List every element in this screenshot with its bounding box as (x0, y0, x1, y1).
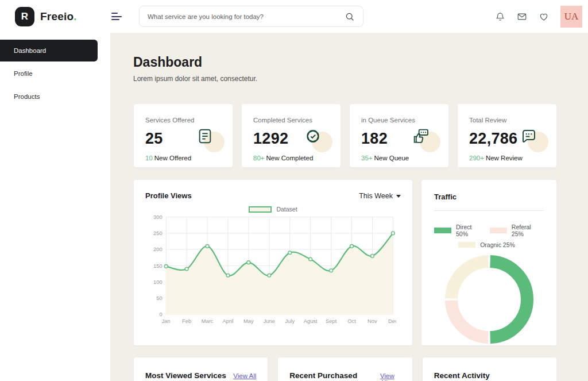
stat-card-total-review: Total Review 22,786 290+New Review (457, 103, 557, 168)
user-avatar[interactable]: UA (560, 6, 582, 28)
svg-text:200: 200 (153, 246, 163, 252)
messages-envelope-icon[interactable] (517, 11, 527, 22)
header-actions: UA (495, 6, 588, 28)
svg-text:Nov: Nov (368, 318, 377, 324)
stat-label: Total Review (469, 117, 545, 124)
profile-views-chart: 050100150200250300JanFebMarcAprilMayJune… (150, 214, 396, 330)
svg-text:150: 150 (153, 263, 163, 269)
sidebar-item-profile[interactable]: Profile (0, 63, 110, 84)
traffic-legend-swatch (434, 228, 451, 233)
stats-row: Services Offered 25 10New Offered Comple… (133, 103, 557, 168)
card-title: Recent Activity (434, 371, 490, 380)
stat-card-services-offered: Services Offered 25 10New Offered (133, 103, 233, 168)
svg-text:Marc: Marc (202, 318, 214, 324)
svg-text:May: May (243, 318, 254, 324)
traffic-legend: Direct 50% Referal 25% Oragnic 25% (434, 224, 544, 248)
bottom-row: Most Viewed Services View All Recent Pur… (133, 357, 557, 381)
search-bar[interactable] (139, 6, 363, 27)
logo-dot: . (74, 10, 76, 22)
recent-purchased-services-card: Recent Purchased Services View All (277, 357, 412, 381)
svg-text:April: April (223, 318, 234, 324)
svg-text:0: 0 (159, 311, 162, 317)
svg-text:100: 100 (153, 279, 163, 285)
sidebar-item-products[interactable]: Products (0, 86, 110, 107)
stat-value: 182 (361, 130, 388, 148)
stat-value: 22,786 (469, 130, 517, 148)
favorites-heart-icon[interactable] (539, 11, 549, 22)
stat-value: 25 (145, 130, 163, 148)
stat-card-in-queue-services: in Queue Services 182 35+New Queue (349, 103, 449, 168)
card-title: Most Viewed Services (145, 371, 226, 380)
sidebar-item-label: Dashboard (14, 47, 46, 54)
svg-text:Feb: Feb (182, 318, 191, 324)
svg-text:Oct: Oct (347, 318, 356, 324)
divider (434, 210, 544, 211)
chart-title: Profile Views (145, 191, 192, 200)
chevron-down-icon (396, 195, 401, 198)
sidebar-item-label: Products (14, 93, 40, 100)
dataset-legend-label: Dataset (276, 206, 297, 213)
traffic-legend-label: Direct 50% (456, 224, 481, 237)
stat-delta: 35+New Queue (361, 155, 437, 161)
chat-bubble-icon (520, 127, 538, 145)
charts-row: Profile Views This Week Dataset 05010015… (133, 179, 557, 346)
dataset-legend-swatch (249, 206, 272, 213)
logo[interactable]: R Freeio. (0, 7, 110, 26)
stat-card-completed-services: Completed Services 1292 80+New Completed (241, 103, 341, 168)
svg-text:July: July (285, 318, 295, 324)
traffic-legend-swatch (458, 242, 475, 248)
view-all-link[interactable]: View All (380, 372, 401, 381)
sidebar-nav: Dashboard Profile Products (0, 33, 110, 381)
period-label: This Week (359, 192, 393, 200)
svg-text:Agust: Agust (304, 318, 318, 324)
menu-toggle-icon[interactable] (111, 11, 123, 22)
svg-text:June: June (264, 318, 275, 324)
logo-icon: R (15, 7, 34, 26)
traffic-legend-label: Referal 25% (512, 224, 539, 237)
search-icon[interactable] (345, 11, 355, 22)
stat-label: in Queue Services (361, 117, 437, 124)
view-all-link[interactable]: View All (233, 372, 256, 379)
most-viewed-services-card: Most Viewed Services View All (133, 357, 268, 381)
review-thumb-icon (412, 127, 430, 145)
stat-delta: 290+New Review (469, 155, 545, 161)
logo-text: Freeio. (40, 10, 77, 23)
svg-text:Jan: Jan (162, 318, 171, 324)
avatar-initials: UA (564, 11, 579, 22)
traffic-legend-label: Oragnic 25% (480, 241, 515, 248)
recent-activity-card: Recent Activity (422, 357, 557, 381)
stat-value: 1292 (253, 130, 288, 148)
profile-views-card: Profile Views This Week Dataset 05010015… (133, 179, 413, 346)
document-icon (196, 127, 214, 145)
period-dropdown[interactable]: This Week (359, 192, 401, 200)
page-title: Dashboard (133, 55, 557, 70)
top-header: R Freeio. UA (0, 0, 588, 33)
search-input[interactable] (148, 13, 345, 20)
card-title: Recent Purchased Services (289, 371, 380, 381)
sidebar-item-label: Profile (14, 70, 33, 77)
stat-label: Services Offered (145, 117, 221, 124)
sidebar-item-dashboard[interactable]: Dashboard (0, 40, 98, 61)
traffic-donut (434, 254, 544, 345)
logo-letter: R (21, 11, 28, 22)
traffic-card: Traffic Direct 50% Referal 25% Oragnic 2… (421, 179, 557, 346)
traffic-title: Traffic (434, 193, 544, 201)
stat-delta: 10New Offered (145, 155, 221, 161)
stat-label: Completed Services (253, 117, 329, 124)
notifications-bell-icon[interactable] (495, 11, 505, 22)
svg-text:Sept: Sept (326, 318, 337, 324)
svg-text:Dec: Dec (388, 318, 396, 324)
traffic-legend-swatch (490, 228, 507, 233)
svg-text:50: 50 (156, 295, 162, 301)
chart-legend: Dataset (145, 206, 401, 213)
badge-check-icon (304, 127, 322, 145)
main-content: Dashboard Lorem ipsum dolor sit amet, co… (110, 33, 588, 381)
svg-text:300: 300 (153, 214, 163, 220)
page-subtitle: Lorem ipsum dolor sit amet, consectetur. (133, 75, 557, 83)
svg-text:250: 250 (153, 230, 163, 236)
stat-delta: 80+New Completed (253, 155, 329, 161)
